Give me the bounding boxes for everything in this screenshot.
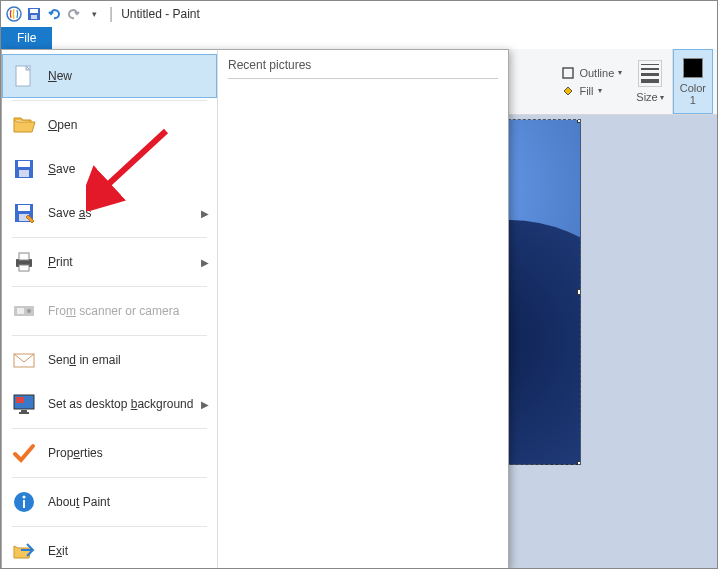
tab-file[interactable]: File	[1, 27, 52, 49]
save-icon[interactable]	[25, 5, 43, 23]
svg-rect-4	[563, 68, 573, 78]
menu-separator	[12, 526, 207, 527]
svg-point-25	[23, 496, 26, 499]
chevron-down-icon: ▾	[618, 68, 622, 77]
ribbon-group-shape-opts: Outline ▾ Fill ▾	[555, 49, 628, 114]
title-bar: ▾ | Untitled - Paint	[1, 1, 717, 27]
menu-item-email[interactable]: Send in email	[2, 338, 217, 382]
menu-label: Properties	[48, 446, 209, 460]
menu-separator	[12, 286, 207, 287]
menu-item-save-as[interactable]: Save as ▶	[2, 191, 217, 235]
svg-rect-8	[19, 170, 29, 177]
size-label: Size	[636, 91, 657, 103]
color1-swatch	[683, 58, 703, 78]
menu-item-properties[interactable]: Properties	[2, 431, 217, 475]
svg-rect-10	[18, 205, 30, 211]
chevron-down-icon: ▾	[660, 93, 664, 102]
menu-separator	[12, 428, 207, 429]
svg-rect-7	[18, 161, 30, 167]
outline-label: Outline	[579, 67, 614, 79]
svg-rect-20	[16, 397, 24, 403]
app-icon	[5, 5, 23, 23]
save-as-icon	[10, 199, 38, 227]
separator: |	[109, 5, 113, 23]
resize-handle[interactable]	[577, 461, 581, 465]
svg-point-17	[27, 309, 31, 313]
submenu-arrow-icon: ▶	[201, 399, 209, 410]
menu-separator	[12, 100, 207, 101]
resize-handle[interactable]	[577, 289, 581, 295]
menu-item-exit[interactable]: Exit	[2, 529, 217, 569]
save-icon	[10, 155, 38, 183]
svg-rect-13	[19, 253, 29, 260]
menu-item-print[interactable]: Print ▶	[2, 240, 217, 284]
chevron-down-icon: ▾	[598, 86, 602, 95]
menu-item-new[interactable]: New	[2, 54, 217, 98]
new-file-icon	[10, 62, 38, 90]
fill-button[interactable]: Fill ▾	[561, 84, 601, 98]
svg-rect-2	[30, 9, 38, 13]
menu-label: Open	[48, 118, 209, 132]
svg-rect-22	[19, 412, 29, 414]
menu-label: Save as	[48, 206, 201, 220]
svg-rect-21	[21, 410, 27, 412]
menu-label: New	[48, 69, 209, 83]
recent-pictures-pane: Recent pictures	[218, 50, 508, 568]
menu-label: Print	[48, 255, 201, 269]
undo-icon[interactable]	[45, 5, 63, 23]
svg-rect-14	[19, 265, 29, 271]
tab-strip: File	[1, 27, 717, 49]
svg-rect-16	[17, 308, 24, 314]
menu-label: Exit	[48, 544, 209, 558]
qat-dropdown-icon[interactable]: ▾	[85, 5, 103, 23]
menu-label: Set as desktop background	[48, 397, 201, 411]
resize-handle[interactable]	[577, 119, 581, 123]
size-icon	[638, 60, 662, 87]
menu-separator	[12, 237, 207, 238]
color1-label: Color 1	[680, 82, 706, 106]
menu-item-desktop-bg[interactable]: Set as desktop background ▶	[2, 382, 217, 426]
menu-item-open[interactable]: Open	[2, 103, 217, 147]
menu-item-scanner: From scanner or camera	[2, 289, 217, 333]
outline-icon	[561, 66, 575, 80]
open-folder-icon	[10, 111, 38, 139]
outline-button[interactable]: Outline ▾	[561, 66, 622, 80]
color1-button[interactable]: Color 1	[673, 49, 713, 114]
size-button[interactable]: Size ▾	[628, 49, 672, 114]
submenu-arrow-icon: ▶	[201, 257, 209, 268]
fill-icon	[561, 84, 575, 98]
scanner-icon	[10, 297, 38, 325]
menu-label: Send in email	[48, 353, 209, 367]
window-title: Untitled - Paint	[121, 7, 200, 21]
print-icon	[10, 248, 38, 276]
menu-separator	[12, 335, 207, 336]
svg-rect-24	[23, 500, 25, 508]
checkmark-icon	[10, 439, 38, 467]
fill-label: Fill	[579, 85, 593, 97]
svg-rect-3	[31, 15, 37, 19]
menu-item-about[interactable]: About Paint	[2, 480, 217, 524]
email-icon	[10, 346, 38, 374]
info-icon	[10, 488, 38, 516]
desktop-icon	[10, 390, 38, 418]
menu-label: About Paint	[48, 495, 209, 509]
menu-separator	[12, 477, 207, 478]
submenu-arrow-icon: ▶	[201, 208, 209, 219]
redo-icon[interactable]	[65, 5, 83, 23]
file-menu-items: New Open Save Save as ▶	[2, 50, 218, 568]
exit-icon	[10, 537, 38, 565]
menu-label: Save	[48, 162, 209, 176]
recent-pictures-header: Recent pictures	[228, 58, 498, 79]
file-menu: New Open Save Save as ▶	[1, 49, 509, 569]
menu-item-save[interactable]: Save	[2, 147, 217, 191]
menu-label: From scanner or camera	[48, 304, 209, 318]
